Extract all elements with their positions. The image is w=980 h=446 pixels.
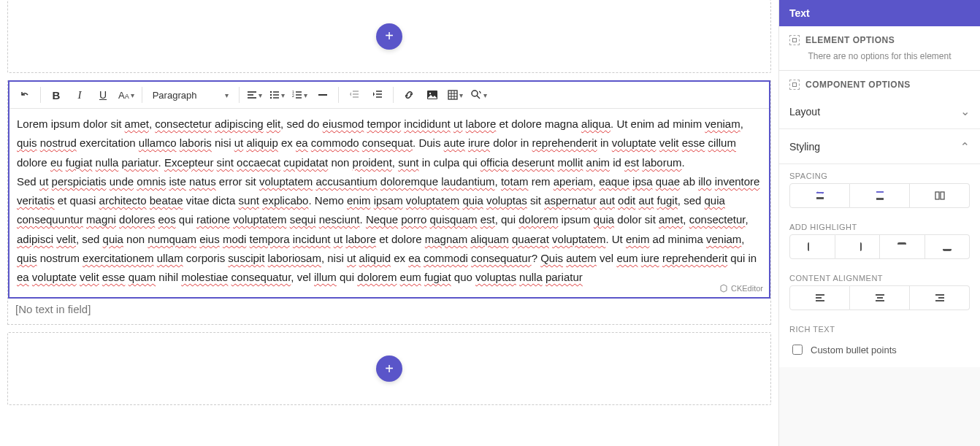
layout-label: Layout — [789, 106, 820, 118]
empty-text-placeholder[interactable]: [No text in field] — [8, 299, 770, 323]
richtext-label: RICH TEXT — [779, 318, 980, 337]
drop-zone-above[interactable]: + — [7, 0, 771, 73]
heading-dropdown[interactable]: Paragraph ▾ — [147, 85, 234, 105]
toolbar-separator — [393, 87, 394, 103]
custom-bullets-label: Custom bullet points — [811, 345, 897, 355]
spacing-none[interactable] — [789, 183, 850, 208]
outdent-icon — [349, 90, 359, 100]
svg-point-22 — [429, 93, 430, 94]
plus-icon: + — [385, 361, 394, 377]
bulleted-list-icon — [269, 90, 280, 100]
outdent-button[interactable] — [343, 85, 365, 105]
plus-icon: + — [385, 28, 394, 45]
element-options-note: There are no options for this element — [789, 51, 970, 61]
spacing-large-icon — [934, 190, 946, 201]
indent-button[interactable] — [367, 85, 388, 105]
highlight-right-icon — [851, 241, 863, 253]
toolbar-separator — [338, 87, 339, 103]
ckeditor-badge[interactable]: CKEditor — [719, 284, 763, 293]
find-replace-dropdown[interactable]: ▾ — [467, 85, 490, 105]
spacing-label: SPACING — [779, 164, 980, 183]
spacing-none-icon — [814, 190, 826, 201]
chevron-down-icon: ▾ — [225, 91, 229, 99]
text-block-selected[interactable]: B I U AA ▾ Paragraph ▾ — [8, 80, 770, 299]
chevron-up-icon: ⌄ — [960, 139, 970, 153]
heading-label: Paragraph — [153, 90, 197, 101]
bold-button[interactable]: B — [45, 85, 67, 105]
svg-point-5 — [269, 97, 271, 99]
svg-point-3 — [269, 91, 271, 93]
horizontal-rule-icon — [318, 90, 328, 100]
link-icon — [403, 89, 415, 101]
align-left-icon — [247, 90, 257, 100]
image-button[interactable] — [421, 85, 443, 105]
spacing-medium[interactable] — [850, 183, 910, 208]
image-icon — [426, 89, 438, 101]
svg-rect-44 — [943, 242, 952, 249]
svg-rect-36 — [941, 192, 944, 199]
chevron-down-icon: ▾ — [459, 91, 463, 99]
svg-rect-38 — [809, 242, 816, 251]
svg-rect-35 — [935, 192, 939, 199]
chevron-down-icon: ⌄ — [960, 104, 970, 118]
undo-button[interactable] — [14, 85, 36, 105]
highlight-top[interactable] — [880, 234, 925, 259]
styling-accordion[interactable]: Styling ⌄ — [779, 129, 980, 164]
selection-box-icon — [789, 35, 800, 45]
toolbar-separator — [40, 87, 41, 103]
svg-point-28 — [472, 91, 478, 96]
paragraph-2: Sed ut perspiciatis unde omnis iste natu… — [17, 172, 762, 288]
numbered-list-dropdown[interactable]: 12 ▾ — [289, 85, 310, 105]
underline-button[interactable]: U — [92, 85, 114, 105]
element-options-title: ELEMENT OPTIONS — [805, 35, 895, 45]
alignment-options — [779, 285, 980, 318]
table-dropdown[interactable]: ▾ — [445, 85, 466, 105]
align-dropdown[interactable]: ▾ — [244, 85, 265, 105]
editor-content[interactable]: Lorem ipsum dolor sit amet, consectetur … — [9, 109, 769, 297]
svg-point-4 — [269, 94, 271, 96]
spacing-large[interactable] — [910, 183, 970, 208]
svg-text:2: 2 — [292, 93, 294, 98]
add-block-button-bottom[interactable]: + — [376, 355, 402, 382]
selection-box-icon — [789, 80, 800, 90]
align-left-icon — [814, 292, 826, 304]
component-options-title: COMPONENT OPTIONS — [805, 80, 911, 90]
highlight-bottom[interactable] — [925, 234, 971, 259]
highlight-right[interactable] — [835, 234, 881, 259]
inspector-sidebar: Text ELEMENT OPTIONS There are no option… — [778, 0, 980, 446]
layout-accordion[interactable]: Layout ⌄ — [779, 94, 980, 129]
chevron-down-icon: ▾ — [304, 91, 307, 99]
italic-icon: I — [78, 89, 82, 101]
drop-zone-below[interactable]: + — [7, 332, 771, 405]
font-size-dropdown[interactable]: AA ▾ — [115, 85, 137, 105]
bold-icon: B — [53, 89, 61, 101]
numbered-list-icon: 12 — [292, 90, 302, 100]
spacing-medium-icon — [874, 190, 886, 201]
align-left-option[interactable] — [789, 285, 850, 310]
align-right-option[interactable] — [910, 285, 970, 310]
highlight-options — [779, 234, 980, 266]
custom-bullets-checkbox-row[interactable]: Custom bullet points — [779, 337, 980, 367]
toolbar-separator — [239, 87, 240, 103]
sidebar-title: Text — [779, 0, 980, 26]
canvas: + B I U AA ▾ — [0, 0, 778, 446]
italic-button[interactable]: I — [69, 85, 91, 105]
highlight-left[interactable] — [789, 234, 835, 259]
link-button[interactable] — [398, 85, 420, 105]
horizontal-rule-button[interactable] — [312, 85, 334, 105]
spacing-options — [779, 183, 980, 215]
chevron-down-icon: ▾ — [483, 91, 487, 99]
find-replace-icon — [470, 89, 482, 101]
toolbar-separator — [142, 87, 142, 103]
bulleted-list-dropdown[interactable]: ▾ — [267, 85, 288, 105]
element-options-section: ELEMENT OPTIONS There are no options for… — [779, 26, 980, 71]
component-options-section: COMPONENT OPTIONS — [779, 71, 980, 94]
highlight-bottom-icon — [941, 241, 953, 253]
highlight-left-icon — [806, 241, 818, 253]
add-block-button-top[interactable]: + — [376, 23, 402, 50]
align-center-option[interactable] — [850, 285, 910, 310]
custom-bullets-checkbox[interactable] — [792, 345, 803, 355]
editor-toolbar: B I U AA ▾ Paragraph ▾ — [9, 82, 769, 109]
font-size-icon: AA — [118, 90, 129, 101]
svg-rect-23 — [448, 91, 457, 99]
